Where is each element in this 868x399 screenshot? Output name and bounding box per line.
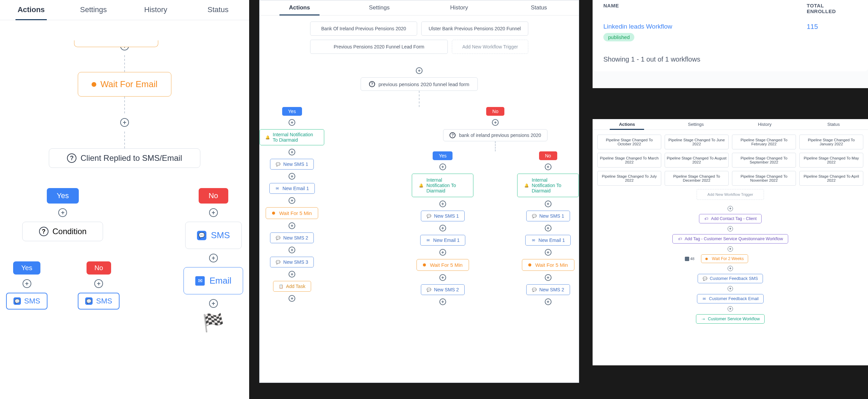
- add-step-button[interactable]: +: [727, 246, 733, 252]
- add-step-button[interactable]: +: [288, 149, 295, 156]
- add-step-button[interactable]: +: [492, 119, 499, 126]
- add-step-button[interactable]: +: [545, 298, 552, 305]
- enrolled-count[interactable]: 115: [807, 23, 857, 31]
- add-step-button[interactable]: +: [545, 274, 552, 281]
- branch-no[interactable]: No: [486, 107, 504, 116]
- add-step-button[interactable]: +: [120, 118, 129, 127]
- internal-notification-node[interactable]: 🔔Internal Notification To Diarmaid: [412, 174, 473, 197]
- add-step-button[interactable]: +: [439, 164, 446, 170]
- tab-history[interactable]: History: [730, 119, 799, 130]
- tab-actions[interactable]: Actions: [259, 0, 339, 15]
- trigger-leadform[interactable]: Previous Pensions 2020 Funnel Lead Form: [310, 40, 448, 54]
- add-step-button[interactable]: +: [209, 208, 218, 217]
- branch-no-inner[interactable]: No: [87, 261, 112, 274]
- email-node[interactable]: ✉New Email 1: [525, 235, 571, 245]
- branch-no-inner[interactable]: No: [539, 152, 557, 160]
- condition-node-inner[interactable]: ? Condition: [22, 222, 103, 241]
- tab-history[interactable]: History: [125, 0, 187, 20]
- tab-settings[interactable]: Settings: [62, 0, 125, 20]
- add-step-button[interactable]: +: [288, 246, 295, 253]
- branch-yes-inner[interactable]: Yes: [13, 261, 40, 274]
- trigger-apr[interactable]: Pipeline Stage Changed To April 2022: [799, 171, 863, 186]
- branch-yes-inner[interactable]: Yes: [433, 152, 453, 160]
- add-step-button[interactable]: +: [416, 67, 423, 74]
- email-node[interactable]: ✉New Email 1: [420, 235, 466, 245]
- add-step-button[interactable]: +: [439, 298, 446, 305]
- email-node[interactable]: ✉New Email 1: [269, 183, 315, 194]
- internal-notification-node[interactable]: 🔔 Internal Notification To Diarmaid: [259, 129, 324, 145]
- canvas-area[interactable]: + ? previous pensions 2020 funnel lead f…: [259, 58, 579, 308]
- trigger-oct[interactable]: Pipeline Stage Changed To October 2022: [597, 135, 661, 149]
- add-step-button[interactable]: +: [439, 274, 446, 281]
- sms-action-node[interactable]: 💬 SMS: [78, 293, 120, 309]
- trigger-sep[interactable]: Pipeline Stage Changed To September 2022: [732, 153, 796, 168]
- add-step-button[interactable]: +: [439, 200, 446, 207]
- add-step-button[interactable]: +: [288, 295, 295, 302]
- trigger-feb[interactable]: Pipeline Stage Changed To February 2022: [732, 135, 796, 149]
- enrolled-user-badge[interactable]: 48: [685, 257, 694, 261]
- add-step-button[interactable]: +: [439, 225, 446, 231]
- email-action-node[interactable]: ✉ Email: [184, 267, 243, 294]
- condition-boi-node[interactable]: ? bank of ireland previous pensions 2020: [443, 129, 548, 141]
- sms-node[interactable]: 💬New SMS 2: [421, 284, 465, 295]
- add-step-button[interactable]: +: [209, 254, 218, 262]
- trigger-aug[interactable]: Pipeline Stage Changed To August 2022: [664, 153, 728, 168]
- add-contact-tag-node[interactable]: 🏷 Add Contact Tag - Client: [699, 214, 762, 223]
- add-step-button[interactable]: +: [727, 206, 733, 211]
- tab-settings[interactable]: Settings: [661, 119, 731, 130]
- branch-no[interactable]: No: [199, 188, 228, 203]
- add-step-button[interactable]: +: [545, 249, 552, 256]
- internal-notification-node[interactable]: 🔔Internal Notification To Diarmaid: [517, 174, 579, 197]
- tab-history[interactable]: History: [419, 0, 499, 15]
- sms-action-node[interactable]: 💬 SMS: [6, 293, 48, 309]
- wait-node[interactable]: Wait For 5 Min: [522, 259, 575, 271]
- trigger-jan[interactable]: Pipeline Stage Changed To January 2022: [799, 135, 863, 149]
- trigger-dec[interactable]: Pipeline Stage Changed To December 2022: [664, 171, 728, 186]
- sms-node[interactable]: 💬New SMS 1: [526, 210, 570, 221]
- tab-status[interactable]: Status: [187, 0, 249, 20]
- branch-yes[interactable]: Yes: [282, 107, 302, 116]
- canvas-area[interactable]: + Wait For Email + ? Client Replied to S…: [0, 20, 249, 399]
- wait-for-email-node[interactable]: Wait For Email: [78, 72, 172, 97]
- sms-node[interactable]: 💬New SMS 1: [270, 159, 314, 170]
- add-step-button[interactable]: +: [727, 226, 733, 231]
- tab-actions[interactable]: Actions: [0, 0, 62, 20]
- wait-node[interactable]: Wait For 5 Min: [416, 259, 469, 271]
- customer-service-wf-node[interactable]: ⇢ Customer Service Workflow: [696, 314, 765, 324]
- add-step-button[interactable]: +: [58, 208, 67, 217]
- sms-action-node-big[interactable]: 💬 SMS: [185, 222, 242, 249]
- trigger-ulster[interactable]: Ulster Bank Previous Pensions 2020 Funne…: [421, 22, 528, 36]
- trigger-nov[interactable]: Pipeline Stage Changed To November 2022: [732, 171, 796, 186]
- add-step-button[interactable]: +: [727, 266, 733, 271]
- trigger-jul[interactable]: Pipeline Stage Changed To July 2022: [597, 171, 661, 186]
- add-step-button[interactable]: +: [288, 173, 295, 180]
- add-step-button[interactable]: +: [545, 164, 552, 170]
- feedback-sms-node[interactable]: 💬 Customer Feedback SMS: [698, 274, 763, 283]
- col-total-header[interactable]: TOTAL ENROLLED: [807, 3, 857, 14]
- trigger-jun[interactable]: Pipeline Stage Changed To June 2022: [664, 135, 728, 149]
- start-condition-node[interactable]: ? previous pensions 2020 funnel lead for…: [361, 77, 478, 91]
- add-trigger-button[interactable]: Add New Workflow Trigger: [452, 40, 528, 54]
- branch-yes[interactable]: Yes: [47, 188, 79, 203]
- tab-settings[interactable]: Settings: [339, 0, 419, 15]
- sms-node[interactable]: 💬New SMS 2: [526, 284, 570, 295]
- table-row[interactable]: Linkedin leads Workflow published 115: [593, 20, 868, 47]
- add-tag-cs-node[interactable]: 🏷 Add Tag - Customer Service Questionnai…: [672, 234, 788, 243]
- feedback-email-node[interactable]: ✉ Customer Feedback Email: [697, 294, 764, 303]
- tab-actions[interactable]: Actions: [593, 119, 661, 130]
- add-step-button[interactable]: +: [545, 225, 552, 231]
- task-node[interactable]: 📋Add Task: [273, 281, 311, 292]
- workflow-name-link[interactable]: Linkedin leads Workflow: [603, 23, 807, 30]
- sms-node[interactable]: 💬New SMS 1: [421, 210, 465, 221]
- wait-node[interactable]: Wait For 5 Min: [266, 207, 318, 219]
- add-step-button[interactable]: +: [209, 299, 218, 308]
- add-step-button[interactable]: +: [288, 119, 295, 126]
- tab-status[interactable]: Status: [799, 119, 868, 130]
- trigger-may[interactable]: Pipeline Stage Changed To May 2022: [799, 153, 863, 168]
- add-step-button[interactable]: +: [288, 222, 295, 229]
- add-step-button[interactable]: +: [439, 249, 446, 256]
- col-name-header[interactable]: NAME: [603, 3, 807, 14]
- canvas-area[interactable]: + 🏷 Add Contact Tag - Client + 🏷 Add Tag…: [593, 200, 868, 324]
- add-step-button[interactable]: +: [288, 271, 295, 277]
- add-step-button[interactable]: +: [288, 197, 295, 204]
